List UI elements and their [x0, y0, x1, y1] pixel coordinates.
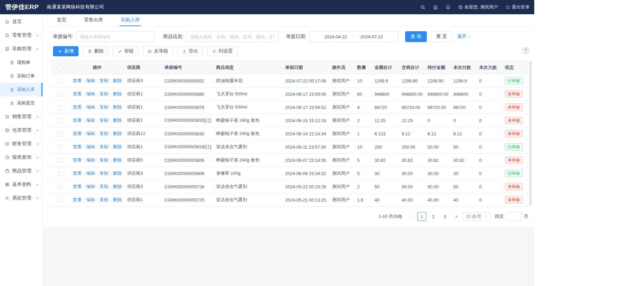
logout-button[interactable]: 退出登录 — [505, 4, 529, 10]
search-icon[interactable] — [420, 5, 425, 10]
search-button[interactable]: 查 询 — [405, 31, 427, 42]
sidebar-item-sales[interactable]: 销售管理 — [0, 110, 42, 123]
edit-link[interactable]: 编辑 — [82, 78, 95, 83]
sidebar-subitem-purchase-inbound[interactable]: 采购入库 — [0, 83, 42, 96]
view-link[interactable]: 查看 — [73, 91, 82, 96]
cell-due: 50.00 — [425, 180, 451, 193]
unaudit-button[interactable]: 反审核 — [143, 46, 173, 56]
vertical-scrollbar[interactable] — [529, 61, 532, 206]
sidebar-item-finance[interactable]: 财务管理 — [0, 137, 42, 151]
delete-link[interactable]: 删除 — [108, 91, 122, 96]
edit-link[interactable]: 编辑 — [82, 171, 95, 176]
sidebar-subitem-purchase-request[interactable]: 请购单 — [0, 56, 42, 69]
row-checkbox[interactable] — [58, 105, 63, 110]
row-checkbox[interactable] — [58, 92, 63, 97]
delete-link[interactable]: 删除 — [108, 197, 122, 202]
view-link[interactable]: 查看 — [73, 197, 82, 202]
table-container: 操作 供应商 单据编号 商品信息 单据日期 操作员 数量 金额合计 含税合计 待… — [51, 60, 528, 207]
export-button[interactable]: 导出 — [177, 46, 203, 56]
help-icon[interactable]: ? — [523, 47, 529, 54]
view-link[interactable]: 查看 — [73, 131, 82, 136]
edit-link[interactable]: 编辑 — [82, 104, 95, 110]
date-range-picker[interactable]: 2024-04-22 ~ 2024-07-22 — [309, 31, 398, 42]
delete-link[interactable]: 删除 — [108, 184, 122, 189]
view-link[interactable]: 查看 — [73, 144, 82, 149]
copy-link[interactable]: 复制 — [95, 131, 108, 136]
view-link[interactable]: 查看 — [73, 104, 82, 110]
view-link[interactable]: 查看 — [73, 171, 82, 176]
sidebar-subitem-purchase-order[interactable]: 采购订单 — [0, 69, 42, 83]
row-checkbox[interactable] — [58, 118, 63, 123]
copy-link[interactable]: 复制 — [95, 118, 108, 123]
bill-no-input[interactable] — [76, 31, 154, 42]
sidebar-subitem-purchase-return[interactable]: 采购退货 — [0, 96, 42, 110]
sidebar-item-home[interactable]: 首页 — [0, 15, 42, 28]
expand-toggle[interactable]: 展开 — [457, 34, 471, 40]
view-link[interactable]: 查看 — [73, 78, 82, 83]
cell-qty: 4 — [354, 101, 372, 114]
audit-button[interactable]: 审核 — [113, 46, 138, 56]
row-checkbox[interactable] — [58, 145, 63, 150]
sidebar-item-retail[interactable]: 零售管理 — [0, 28, 42, 42]
copy-link[interactable]: 复制 — [95, 157, 108, 163]
copy-link[interactable]: 复制 — [95, 144, 108, 149]
copy-link[interactable]: 复制 — [95, 171, 108, 176]
edit-link[interactable]: 编辑 — [82, 91, 95, 96]
copy-link[interactable]: 复制 — [95, 197, 108, 202]
delete-link[interactable]: 删除 — [108, 104, 122, 110]
row-checkbox[interactable] — [58, 185, 63, 189]
edit-link[interactable]: 编辑 — [82, 144, 95, 149]
page-button-3[interactable]: 3 — [440, 212, 449, 221]
select-all-checkbox[interactable] — [58, 65, 63, 70]
tab-home[interactable]: 首页 — [56, 14, 67, 26]
page-button-1[interactable]: 1 — [417, 212, 426, 221]
delete-link[interactable]: 删除 — [108, 157, 122, 163]
add-button[interactable]: 新增 — [53, 46, 79, 56]
copy-link[interactable]: 复制 — [95, 184, 108, 189]
copy-link[interactable]: 复制 — [95, 91, 108, 96]
next-page-button[interactable] — [452, 212, 460, 221]
sidebar-item-basic-data[interactable]: 基本资料 — [0, 178, 42, 191]
edit-link[interactable]: 编辑 — [82, 184, 95, 189]
row-checkbox[interactable] — [58, 79, 63, 83]
tab-retail-outbound[interactable]: 零售出库 — [83, 14, 104, 26]
reset-button[interactable]: 重 置 — [431, 31, 453, 42]
welcome-user[interactable]: 欢迎您, 测试用户 — [458, 4, 498, 10]
sidebar-item-warehouse[interactable]: 仓库管理 — [0, 123, 42, 137]
delete-link[interactable]: 删除 — [108, 144, 122, 149]
row-checkbox[interactable] — [58, 198, 63, 203]
delete-link[interactable]: 删除 — [108, 131, 122, 136]
view-link[interactable]: 查看 — [73, 118, 82, 123]
row-checkbox[interactable] — [58, 158, 63, 163]
edit-link[interactable]: 编辑 — [82, 197, 95, 202]
view-link[interactable]: 查看 — [73, 157, 82, 163]
delete-link[interactable]: 删除 — [108, 171, 122, 176]
delete-link[interactable]: 删除 — [108, 78, 122, 83]
sidebar-item-system[interactable]: 系统管理 — [0, 191, 42, 205]
bank-icon[interactable] — [433, 5, 438, 10]
edit-link[interactable]: 编辑 — [82, 157, 95, 163]
product-info-input[interactable] — [186, 31, 279, 42]
page-jump-input[interactable] — [506, 212, 522, 221]
prev-page-button[interactable] — [406, 212, 415, 221]
date-to-value[interactable]: 2024-07-22 — [360, 34, 383, 39]
column-settings-button[interactable]: 列设置 — [207, 46, 238, 56]
date-from-value[interactable]: 2024-04-22 — [324, 34, 347, 39]
edit-link[interactable]: 编辑 — [82, 131, 95, 136]
row-checkbox[interactable] — [58, 171, 63, 176]
delete-button[interactable]: 删除 — [83, 46, 108, 56]
sidebar-item-purchase[interactable]: 采购管理 — [0, 42, 42, 56]
tab-purchase-inbound[interactable]: 采购入库 — [120, 14, 141, 26]
bell-icon[interactable] — [446, 5, 451, 10]
copy-link[interactable]: 复制 — [95, 78, 108, 83]
delete-link[interactable]: 删除 — [108, 118, 122, 123]
sidebar-item-products[interactable]: 商品管理 — [0, 164, 42, 178]
table-row: 查看编辑复制删除 供应商1 CGRK00000005816[订] 雷达杀虫气雾剂… — [51, 140, 528, 154]
sidebar-item-reports[interactable]: 报表查询 — [0, 151, 42, 164]
row-checkbox[interactable] — [58, 132, 63, 136]
page-size-select[interactable]: 10 条/页 — [463, 212, 491, 221]
edit-link[interactable]: 编辑 — [82, 118, 95, 123]
view-link[interactable]: 查看 — [73, 184, 82, 189]
page-button-2[interactable]: 2 — [429, 212, 438, 221]
copy-link[interactable]: 复制 — [95, 104, 108, 110]
